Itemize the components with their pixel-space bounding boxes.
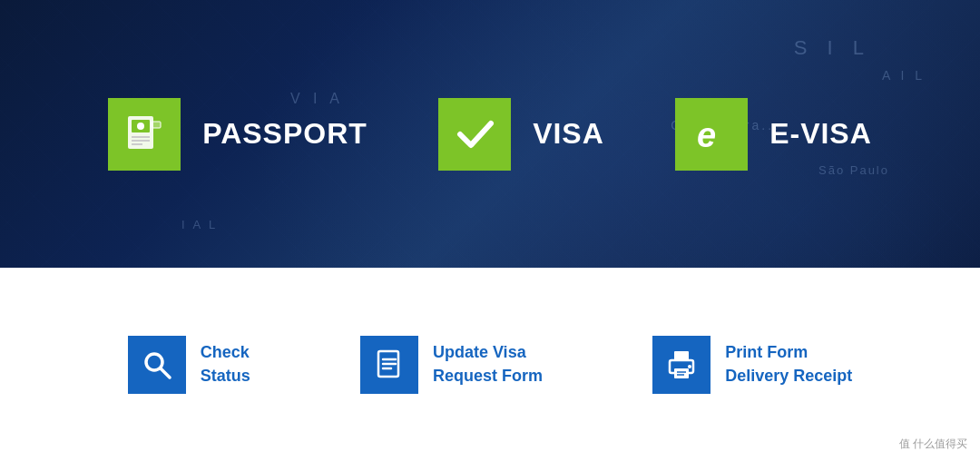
check-status-label: Check Status bbox=[201, 341, 250, 387]
svg-point-2 bbox=[137, 123, 144, 130]
update-visa-action[interactable]: Update Visa Request Form bbox=[360, 336, 543, 394]
update-visa-label: Update Visa Request Form bbox=[433, 341, 543, 387]
check-status-line1: Check bbox=[201, 341, 250, 364]
svg-rect-14 bbox=[674, 351, 689, 360]
visa-icon-box bbox=[438, 98, 511, 171]
passport-icon-box bbox=[108, 98, 181, 171]
page-wrapper: S I L V I A Cuiabá Bra... São Paulo A I … bbox=[0, 0, 980, 461]
svg-text:e: e bbox=[697, 116, 716, 154]
hero-item-visa: VISA bbox=[438, 98, 604, 171]
visa-label: VISA bbox=[533, 117, 604, 151]
evisa-icon-box: e bbox=[675, 98, 748, 171]
check-status-action[interactable]: Check Status bbox=[128, 336, 250, 394]
hero-item-evisa: e e-VISA bbox=[675, 98, 872, 171]
checkmark-icon bbox=[453, 113, 496, 156]
hero-items: PASSPORT VISA e e-VISA bbox=[73, 98, 907, 171]
svg-rect-6 bbox=[152, 122, 161, 128]
svg-line-9 bbox=[161, 368, 170, 378]
passport-icon bbox=[122, 113, 166, 156]
print-form-line1: Print Form bbox=[725, 341, 852, 364]
hero-item-passport: PASSPORT bbox=[108, 98, 368, 171]
passport-label: PASSPORT bbox=[202, 117, 368, 151]
update-visa-line1: Update Visa bbox=[433, 341, 543, 364]
watermark: 值 什么值得买 bbox=[899, 436, 967, 452]
svg-rect-16 bbox=[674, 368, 689, 378]
update-visa-line2: Request Form bbox=[433, 365, 543, 387]
e-letter-icon: e bbox=[690, 113, 733, 156]
hero-section: S I L V I A Cuiabá Bra... São Paulo A I … bbox=[0, 0, 980, 268]
document-icon bbox=[373, 348, 406, 381]
evisa-label: e-VISA bbox=[769, 117, 872, 151]
print-form-line2: Delivery Receipt bbox=[725, 365, 852, 387]
print-form-icon-box bbox=[652, 336, 710, 394]
check-status-icon-box bbox=[128, 336, 186, 394]
print-form-label: Print Form Delivery Receipt bbox=[725, 341, 852, 387]
update-visa-icon-box bbox=[360, 336, 418, 394]
check-status-line2: Status bbox=[201, 365, 250, 387]
svg-point-17 bbox=[688, 365, 691, 368]
bottom-section: Check Status Update Visa Request Form bbox=[0, 268, 980, 461]
print-form-action[interactable]: Print Form Delivery Receipt bbox=[652, 336, 852, 394]
printer-icon bbox=[665, 348, 698, 381]
search-icon bbox=[141, 348, 173, 381]
